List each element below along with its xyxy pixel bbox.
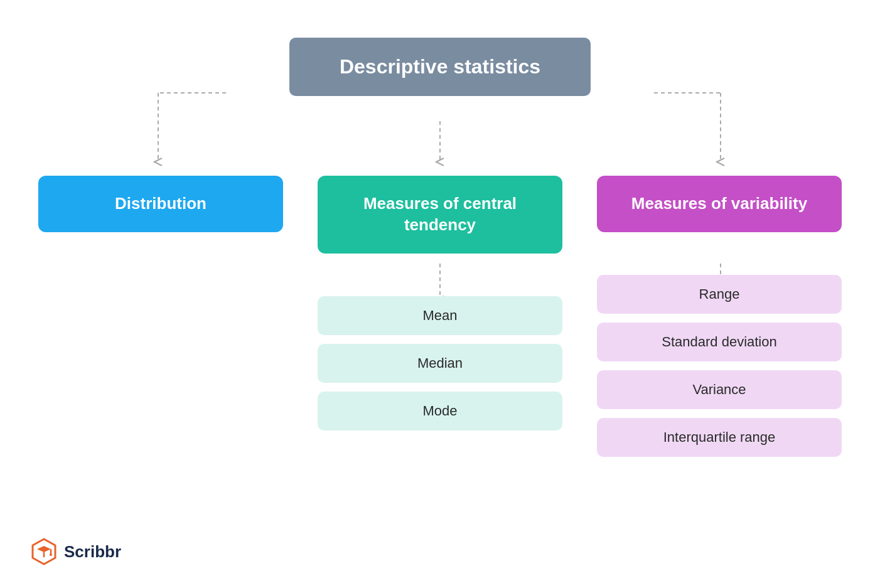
central-child-2: Mode bbox=[318, 392, 562, 430]
distribution-col: Distribution bbox=[21, 169, 301, 232]
central-node: Measures of central tendency bbox=[318, 176, 562, 254]
mean-label: Mean bbox=[422, 307, 457, 323]
svg-point-11 bbox=[50, 553, 52, 556]
logo: Scribbr bbox=[30, 538, 121, 565]
median-label: Median bbox=[417, 355, 463, 371]
level1-row: Distribution Measures of central tendenc… bbox=[0, 169, 880, 457]
range-label: Range bbox=[699, 286, 740, 302]
root-label: Descriptive statistics bbox=[340, 55, 540, 78]
variability-children: Range Standard deviation Variance Interq… bbox=[580, 275, 859, 457]
variability-child-2: Variance bbox=[597, 370, 842, 409]
distribution-label: Distribution bbox=[115, 194, 207, 213]
logo-text: Scribbr bbox=[64, 542, 121, 562]
variability-child-1: Standard deviation bbox=[597, 323, 842, 361]
svg-marker-8 bbox=[37, 546, 51, 552]
iqr-label: Interquartile range bbox=[663, 429, 776, 445]
central-child-0: Mean bbox=[318, 296, 562, 335]
variability-child-0: Range bbox=[597, 275, 842, 314]
mode-label: Mode bbox=[422, 403, 457, 419]
central-col: Measures of central tendency Mean Median… bbox=[301, 169, 580, 430]
variability-col: Measures of variability Range Standard d… bbox=[580, 169, 859, 457]
diagram-container: Descriptive statistics Distribution Meas… bbox=[0, 0, 880, 588]
stddev-label: Standard deviation bbox=[662, 334, 776, 350]
central-label: Measures of central tendency bbox=[363, 194, 517, 234]
central-children: Mean Median Mode bbox=[301, 296, 580, 430]
variability-label: Measures of variability bbox=[631, 194, 807, 213]
root-node: Descriptive statistics bbox=[289, 38, 591, 96]
distribution-node: Distribution bbox=[38, 176, 283, 232]
variance-label: Variance bbox=[692, 382, 746, 397]
scribbr-icon bbox=[30, 538, 58, 565]
variability-child-3: Interquartile range bbox=[597, 418, 842, 457]
variability-node: Measures of variability bbox=[597, 176, 842, 232]
central-child-1: Median bbox=[318, 344, 562, 383]
